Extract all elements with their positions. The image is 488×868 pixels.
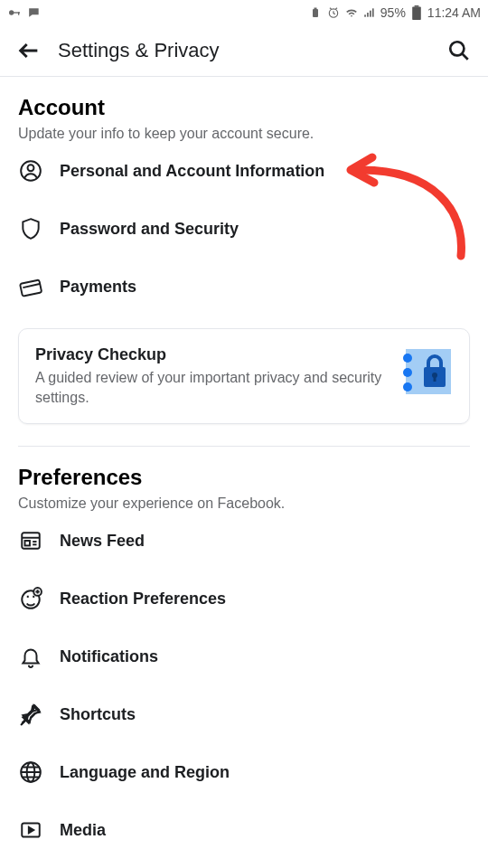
menu-item-news-feed[interactable]: News Feed bbox=[18, 512, 470, 570]
battery-icon bbox=[409, 5, 424, 20]
section-subtitle-account: Update your info to keep your account se… bbox=[18, 126, 470, 142]
search-button[interactable] bbox=[446, 38, 472, 63]
back-button[interactable] bbox=[16, 38, 42, 63]
svg-rect-3 bbox=[313, 9, 318, 17]
status-bar: 95% 11:24 AM bbox=[0, 0, 488, 25]
card-icon bbox=[18, 274, 43, 299]
alarm-icon bbox=[326, 5, 341, 20]
battery-percent: 95% bbox=[380, 5, 406, 20]
svg-rect-11 bbox=[414, 5, 418, 7]
menu-item-shortcuts[interactable]: Shortcuts bbox=[18, 685, 470, 743]
battery-saver-icon bbox=[308, 5, 323, 20]
chat-icon bbox=[27, 5, 42, 20]
svg-point-18 bbox=[403, 354, 412, 363]
card-title: Privacy Checkup bbox=[35, 345, 384, 364]
key-icon bbox=[7, 5, 22, 20]
section-divider bbox=[18, 446, 470, 447]
svg-rect-6 bbox=[364, 14, 366, 16]
menu-item-media[interactable]: Media bbox=[18, 801, 470, 859]
menu-label: Payments bbox=[60, 278, 136, 297]
clock: 11:24 AM bbox=[427, 5, 481, 20]
menu-label: Reaction Preferences bbox=[60, 590, 226, 609]
media-icon bbox=[18, 817, 43, 843]
section-title-preferences: Preferences bbox=[18, 465, 470, 490]
menu-label: Shortcuts bbox=[60, 705, 136, 724]
section-title-account: Account bbox=[18, 95, 470, 120]
shield-icon bbox=[18, 216, 43, 241]
section-subtitle-preferences: Customize your experience on Facebook. bbox=[18, 495, 470, 512]
svg-point-20 bbox=[403, 382, 412, 392]
menu-item-payments[interactable]: Payments bbox=[18, 258, 470, 316]
svg-point-19 bbox=[403, 368, 412, 377]
menu-label: News Feed bbox=[60, 532, 145, 551]
card-subtitle: A guided review of your important privac… bbox=[35, 368, 384, 407]
svg-rect-8 bbox=[370, 11, 371, 17]
menu-item-language-region[interactable]: Language and Region bbox=[18, 743, 470, 801]
svg-rect-23 bbox=[434, 375, 436, 382]
svg-point-12 bbox=[450, 42, 464, 55]
person-circle-icon bbox=[18, 158, 43, 184]
privacy-checkup-card[interactable]: Privacy Checkup A guided review of your … bbox=[18, 328, 470, 424]
menu-item-reaction-preferences[interactable]: Reaction Preferences bbox=[18, 570, 470, 627]
page-title: Settings & Privacy bbox=[58, 39, 430, 62]
signal-icon bbox=[362, 5, 377, 20]
menu-label: Personal and Account Information bbox=[60, 162, 324, 181]
app-header: Settings & Privacy bbox=[0, 25, 488, 77]
svg-point-14 bbox=[28, 165, 34, 171]
menu-item-notifications[interactable]: Notifications bbox=[18, 627, 470, 685]
menu-item-personal-info[interactable]: Personal and Account Information bbox=[18, 142, 470, 200]
arrow-left-icon bbox=[16, 38, 42, 63]
globe-icon bbox=[18, 760, 43, 785]
search-icon bbox=[447, 39, 471, 62]
svg-rect-26 bbox=[25, 541, 30, 545]
svg-line-16 bbox=[23, 284, 41, 288]
pin-icon bbox=[18, 702, 43, 727]
news-feed-icon bbox=[18, 528, 43, 553]
menu-label: Media bbox=[60, 821, 106, 840]
bell-icon bbox=[18, 644, 43, 669]
wifi-icon bbox=[344, 5, 359, 20]
svg-rect-7 bbox=[367, 13, 369, 17]
menu-label: Notifications bbox=[60, 647, 158, 666]
menu-item-password-security[interactable]: Password and Security bbox=[18, 200, 470, 258]
reaction-icon bbox=[18, 586, 43, 611]
svg-rect-9 bbox=[372, 8, 374, 16]
menu-label: Password and Security bbox=[60, 220, 239, 239]
svg-point-0 bbox=[9, 10, 14, 14]
menu-label: Language and Region bbox=[60, 763, 230, 782]
svg-rect-10 bbox=[412, 7, 421, 20]
svg-rect-4 bbox=[314, 8, 316, 10]
privacy-lock-graphic bbox=[399, 345, 453, 400]
svg-rect-2 bbox=[18, 12, 19, 14]
